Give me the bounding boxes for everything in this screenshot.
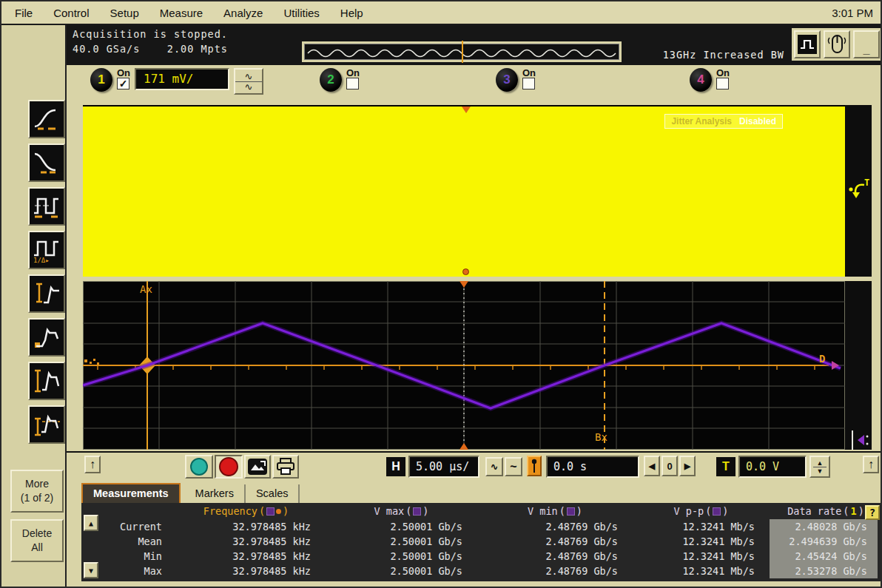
print-button[interactable] bbox=[272, 455, 299, 479]
waveform-preview-inner bbox=[304, 44, 619, 60]
tab-scales[interactable]: Scales bbox=[246, 484, 300, 503]
preview-position-marker[interactable] bbox=[462, 41, 463, 63]
table-row-current: Current 32.978485 kHz 2.50001 Gb/s 2.487… bbox=[81, 519, 882, 534]
scroll-up-button[interactable]: ▲ bbox=[84, 515, 98, 531]
tab-markers[interactable]: Markers bbox=[185, 484, 246, 503]
lower-graph-svg: Ax Bx D bbox=[83, 281, 845, 450]
marker-b-label: Bx bbox=[595, 431, 607, 443]
horizontal-zoom-small-button[interactable]: ∿ bbox=[485, 457, 503, 476]
trigger-position-button[interactable] bbox=[527, 456, 542, 476]
channel-3-badge[interactable]: 3 bbox=[496, 68, 518, 92]
v-max-icon bbox=[32, 280, 61, 307]
waveform-preview-bar[interactable] bbox=[302, 41, 622, 62]
spinner-up-icon: ▲ bbox=[817, 459, 824, 467]
menu-setup[interactable]: Setup bbox=[100, 7, 149, 19]
measure-fall-time-button[interactable] bbox=[28, 143, 65, 182]
trigger-mode-button[interactable] bbox=[794, 30, 821, 58]
measure-v-max-button[interactable] bbox=[28, 274, 65, 313]
channel-3-on-label: On bbox=[522, 68, 536, 78]
trigger-position-marker-icon[interactable] bbox=[462, 107, 471, 113]
ac-coupling-icon: ∿ bbox=[245, 83, 253, 91]
measure-v-min-button[interactable] bbox=[28, 318, 65, 356]
menu-help[interactable]: Help bbox=[330, 7, 374, 19]
menu-utilities[interactable]: Utilities bbox=[273, 7, 329, 19]
stop-icon bbox=[219, 457, 238, 476]
table-row-mean: Mean 32.978485 kHz 2.50001 Gb/s 2.48769 … bbox=[81, 534, 882, 549]
position-zero-button[interactable]: 0 bbox=[662, 456, 678, 476]
cell-vpp: 12.3241 Mb/s bbox=[633, 535, 770, 547]
horizontal-position-display[interactable]: 0.0 s bbox=[546, 456, 639, 478]
channel-1-scale-display[interactable]: 171 mV/ bbox=[135, 68, 229, 90]
channel-4-badge[interactable]: 4 bbox=[690, 68, 712, 92]
printer-icon bbox=[276, 458, 295, 476]
source-square-icon bbox=[413, 507, 421, 516]
minimize-button[interactable]: _ bbox=[853, 30, 880, 58]
channel-row: 1 On ✓ 171 mV/ ∿ ∿ 2 On 3 On bbox=[67, 65, 882, 102]
cell-vmax: 2.50001 Gb/s bbox=[326, 535, 477, 547]
channel-2-badge[interactable]: 2 bbox=[320, 68, 342, 92]
trigger-level-icon[interactable]: T bbox=[846, 176, 873, 206]
acquisition-status: Acquisition is stopped. 40.0 GSa/s 2.00 … bbox=[73, 27, 228, 57]
menu-control[interactable]: Control bbox=[43, 7, 99, 19]
expand-up-right-button[interactable]: ↑ bbox=[863, 456, 879, 473]
screen-capture-button[interactable] bbox=[244, 455, 271, 479]
marker-a-label: Ax bbox=[140, 283, 152, 295]
timebase-display[interactable]: 5.00 µs/ bbox=[408, 456, 479, 478]
measure-rise-time-button[interactable] bbox=[28, 100, 65, 138]
channel-3-on-checkbox[interactable] bbox=[522, 78, 535, 89]
source-square-icon bbox=[713, 507, 721, 516]
col-vpp: V p-p bbox=[674, 505, 704, 517]
overlay-state: Disabled bbox=[739, 116, 776, 126]
channel-1-badge[interactable]: 1 bbox=[90, 68, 112, 92]
measurements-panel: Frequency() V max() V min() V p-p() Data… bbox=[81, 503, 882, 581]
pulse-icon bbox=[798, 35, 817, 54]
help-button[interactable]: ? bbox=[865, 505, 880, 520]
measure-frequency-button[interactable] bbox=[28, 187, 65, 226]
run-button[interactable] bbox=[185, 455, 213, 479]
mouse-settings-button[interactable] bbox=[824, 30, 850, 58]
clock: 3:01 PM bbox=[832, 7, 882, 19]
trigger-bottom-arrow-icon bbox=[459, 443, 468, 450]
trigger-level-spinner[interactable]: ▲ ▼ bbox=[809, 456, 830, 478]
menu-analyze[interactable]: Analyze bbox=[213, 7, 273, 19]
horizontal-zoom-large-button[interactable]: ~ bbox=[505, 457, 522, 476]
frequency-icon bbox=[32, 193, 61, 220]
channel-2-on-checkbox[interactable] bbox=[346, 78, 359, 89]
stop-button[interactable] bbox=[215, 455, 243, 479]
measure-v-peak-peak-button[interactable] bbox=[28, 362, 65, 400]
waveform-display-lower[interactable]: Ax Bx D bbox=[83, 281, 845, 450]
delete-all-button[interactable]: Delete All bbox=[10, 519, 64, 562]
measure-v-average-button[interactable] bbox=[28, 405, 65, 444]
measure-period-button[interactable]: 1/Δ▸ bbox=[28, 231, 65, 269]
col-vmax: V max bbox=[374, 505, 405, 517]
menu-measure[interactable]: Measure bbox=[149, 7, 213, 19]
horizontal-control-bar: ↑ H 5.00 µs/ ∿ ~ bbox=[67, 451, 882, 481]
image-export-icon bbox=[248, 459, 267, 475]
left-arrow-icon: ◀ bbox=[649, 462, 655, 471]
channel-4-on-checkbox[interactable] bbox=[716, 78, 729, 89]
row-label: Mean bbox=[81, 535, 166, 547]
channel-1-coupling-button[interactable]: ∿ ∿ bbox=[234, 68, 263, 95]
window-buttons: _ bbox=[792, 28, 882, 61]
marker-b-handle-icon[interactable] bbox=[848, 429, 870, 451]
menu-bar: File Control Setup Measure Analyze Utili… bbox=[1, 1, 882, 25]
svg-text:T: T bbox=[864, 178, 869, 188]
menu-file[interactable]: File bbox=[1, 7, 43, 19]
oscilloscope-screen: File Control Setup Measure Analyze Utili… bbox=[0, 0, 882, 588]
fall-time-icon bbox=[32, 149, 61, 176]
scroll-down-icon: ▼ bbox=[89, 567, 93, 575]
scroll-up-icon: ▲ bbox=[89, 519, 93, 527]
measurements-header-row: Frequency() V max() V min() V p-p() Data… bbox=[81, 503, 882, 519]
trigger-level-display[interactable]: 0.0 V bbox=[738, 456, 807, 478]
arrow-up-icon: ↑ bbox=[868, 458, 874, 471]
scroll-down-button[interactable]: ▼ bbox=[84, 562, 98, 578]
position-right-button[interactable]: ▶ bbox=[679, 456, 696, 476]
position-left-button[interactable]: ◀ bbox=[644, 456, 660, 476]
more-measurements-button[interactable]: More (1 of 2) bbox=[10, 470, 64, 513]
squiggle-small-icon: ∿ bbox=[491, 462, 498, 472]
expand-up-left-button[interactable]: ↑ bbox=[84, 456, 101, 473]
channel-1-on-checkbox[interactable]: ✓ bbox=[117, 78, 129, 89]
tab-measurements[interactable]: Measurements bbox=[81, 483, 181, 503]
waveform-display-upper[interactable]: Jitter Analysis Disabled bbox=[83, 105, 845, 277]
channel-2-on-label: On bbox=[346, 68, 360, 78]
